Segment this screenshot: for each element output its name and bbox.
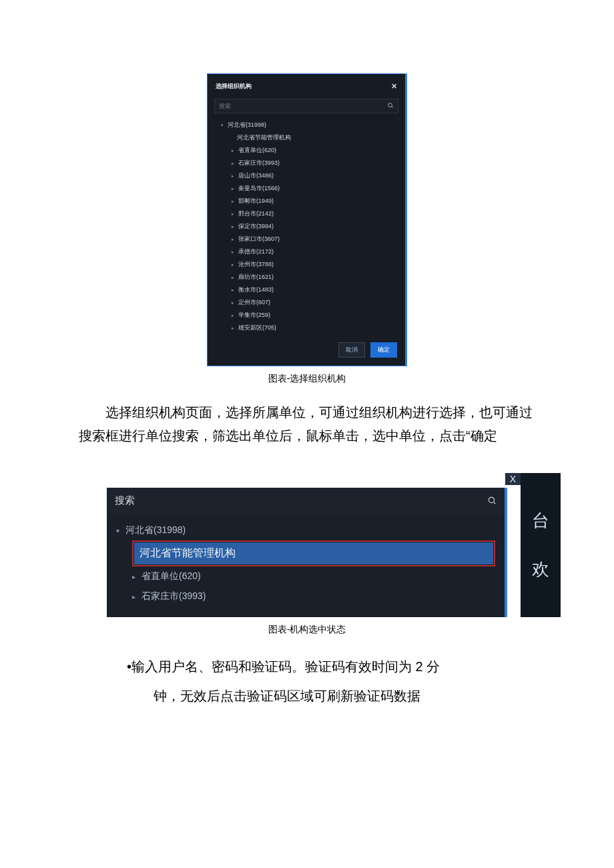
chevron-right-icon: ▸ — [230, 173, 236, 179]
figure-selected-state: X 台 欢 搜索 ▾ 河北省(31998) 河北省节能管理机构 ▸省直单位( — [107, 488, 507, 617]
close-icon[interactable]: ✕ — [391, 82, 397, 91]
tree-item-label: 石家庄市(3993) — [141, 590, 206, 602]
dialog-header: 选择组织机构 ✕ — [214, 81, 398, 95]
tree-item-label: 定州市(607) — [238, 298, 270, 307]
chevron-right-icon: ▸ — [132, 573, 141, 580]
tree-sub-org-label: 河北省节能管理机构 — [237, 133, 291, 142]
tree-item-label: 辛集市(259) — [238, 311, 270, 320]
tree-item-label: 承德市(2172) — [238, 248, 274, 256]
tree-item[interactable]: ▸张家口市(3607) — [220, 233, 397, 246]
tree-root[interactable]: ▾ 河北省(31998) — [116, 520, 495, 540]
chevron-right-icon: ▸ — [230, 211, 236, 217]
tree-item-label: 秦皇岛市(1566) — [238, 184, 280, 193]
background-strip: 台 欢 — [521, 473, 561, 617]
tree-item[interactable]: ▸保定市(3994) — [220, 220, 397, 233]
tree-sub-org[interactable]: 河北省节能管理机构 — [220, 131, 397, 144]
svg-point-2 — [489, 497, 494, 502]
cancel-button[interactable]: 取消 — [338, 342, 365, 358]
chevron-right-icon: ▸ — [230, 275, 236, 280]
search-icon[interactable] — [487, 496, 497, 506]
org-tree: ▾ 河北省(31998) 河北省节能管理机构 ▸省直单位(620)▸石家庄市(3… — [214, 119, 398, 336]
chevron-right-icon: ▸ — [132, 593, 141, 600]
search-input[interactable] — [219, 103, 387, 109]
close-icon[interactable]: X — [505, 473, 521, 485]
chevron-down-icon: ▾ — [116, 527, 125, 534]
tree-item-label: 省直单位(620) — [141, 570, 201, 582]
chevron-right-icon: ▸ — [230, 186, 236, 191]
chevron-right-icon: ▸ — [230, 313, 236, 318]
tree-item[interactable]: ▸定州市(607) — [220, 296, 397, 309]
chevron-right-icon: ▸ — [230, 237, 236, 242]
chevron-right-icon: ▸ — [230, 300, 236, 306]
tree-item[interactable]: ▸石家庄市(3993) — [116, 586, 495, 606]
chevron-right-icon: ▸ — [230, 326, 236, 331]
tree-selected-item[interactable]: 河北省节能管理机构 — [134, 542, 493, 564]
tree-item-label: 邢台市(2142) — [238, 209, 274, 218]
dialog-footer: 取消 确定 — [214, 336, 398, 358]
tree-item-label: 张家口市(3607) — [238, 235, 280, 244]
instruction-paragraph: 选择组织机构页面，选择所属单位，可通过组织机构进行选择，也可通过搜索框进行单位搜… — [0, 401, 614, 448]
bg-char: 台 — [532, 509, 549, 532]
search-placeholder: 搜索 — [115, 494, 135, 507]
tree-item-label: 衡水市(1483) — [238, 286, 274, 294]
tree-item-label: 沧州市(3788) — [238, 260, 274, 269]
tree-item-label: 省直单位(620) — [238, 146, 276, 155]
tree-item[interactable]: ▸省直单位(620) — [220, 144, 397, 157]
figure2-caption: 图表-机构选中状态 — [0, 624, 614, 636]
figure1-caption: 图表-选择组织机构 — [0, 373, 614, 385]
tree-item[interactable]: ▸衡水市(1483) — [220, 284, 397, 296]
confirm-button[interactable]: 确定 — [370, 342, 397, 358]
tree-item[interactable]: ▸邢台市(2142) — [220, 207, 397, 220]
tree-item[interactable]: ▸辛集市(259) — [220, 309, 397, 322]
tree-item[interactable]: ▸邯郸市(1949) — [220, 195, 397, 207]
tree-item[interactable]: ▸廊坊市(1621) — [220, 271, 397, 284]
tree-item[interactable]: ▸沧州市(3788) — [220, 258, 397, 271]
chevron-right-icon: ▸ — [230, 262, 236, 268]
tree-item-label: 唐山市(3486) — [238, 171, 274, 180]
figure-select-org: 选择组织机构 ✕ ▾ 河北省(31998) 河北省节能管理机构 ▸省直单位(62… — [207, 73, 407, 366]
bullet-line-2: 钟，无效后点击验证码区域可刷新验证码数据 — [0, 681, 614, 711]
svg-line-1 — [392, 107, 393, 108]
org-tree: ▾ 河北省(31998) 河北省节能管理机构 ▸省直单位(620)▸石家庄市(3… — [107, 514, 505, 617]
search-row: 搜索 — [107, 488, 505, 514]
tree-root-label: 河北省(31998) — [228, 121, 266, 129]
tree-item[interactable]: ▸雄安新区(705) — [220, 322, 397, 334]
chevron-right-icon: ▸ — [230, 288, 236, 293]
tree-item-label: 邯郸市(1949) — [238, 197, 274, 205]
tree-item-label: 雄安新区(705) — [238, 324, 276, 332]
figure-selected-state-outer: X 台 欢 搜索 ▾ 河北省(31998) 河北省节能管理机构 ▸省直单位( — [0, 488, 614, 617]
bg-char: 欢 — [532, 558, 549, 581]
chevron-right-icon: ▸ — [230, 199, 236, 204]
svg-point-0 — [388, 103, 392, 107]
tree-item[interactable]: ▸承德市(2172) — [220, 246, 397, 258]
tree-item-label: 石家庄市(3993) — [238, 159, 280, 167]
tree-item[interactable]: ▸秦皇岛市(1566) — [220, 182, 397, 195]
chevron-right-icon: ▸ — [230, 148, 236, 153]
selected-org-highlight: 河北省节能管理机构 — [132, 540, 495, 566]
chevron-right-icon: ▸ — [230, 250, 236, 255]
fig2-inner: X 台 欢 搜索 ▾ 河北省(31998) 河北省节能管理机构 ▸省直单位( — [107, 488, 505, 617]
chevron-down-icon: ▾ — [220, 123, 225, 128]
bullet-line-1: •输入用户名、密码和验证码。验证码有效时间为 2 分 — [0, 652, 614, 681]
tree-root[interactable]: ▾ 河北省(31998) — [220, 119, 397, 131]
tree-item-label: 廊坊市(1621) — [238, 273, 274, 282]
search-row — [214, 99, 398, 113]
tree-root-label: 河北省(31998) — [125, 524, 186, 536]
tree-item[interactable]: ▸唐山市(3486) — [220, 169, 397, 182]
chevron-right-icon: ▸ — [230, 224, 236, 230]
tree-item[interactable]: ▸石家庄市(3993) — [220, 157, 397, 169]
dialog-title: 选择组织机构 — [216, 82, 252, 91]
org-dialog: 选择组织机构 ✕ ▾ 河北省(31998) 河北省节能管理机构 ▸省直单位(62… — [207, 73, 407, 366]
search-icon[interactable] — [387, 102, 394, 110]
tree-item[interactable]: ▸省直单位(620) — [116, 566, 495, 586]
svg-line-3 — [494, 502, 496, 504]
tree-item-label: 保定市(3994) — [238, 222, 274, 231]
chevron-right-icon: ▸ — [230, 161, 236, 166]
